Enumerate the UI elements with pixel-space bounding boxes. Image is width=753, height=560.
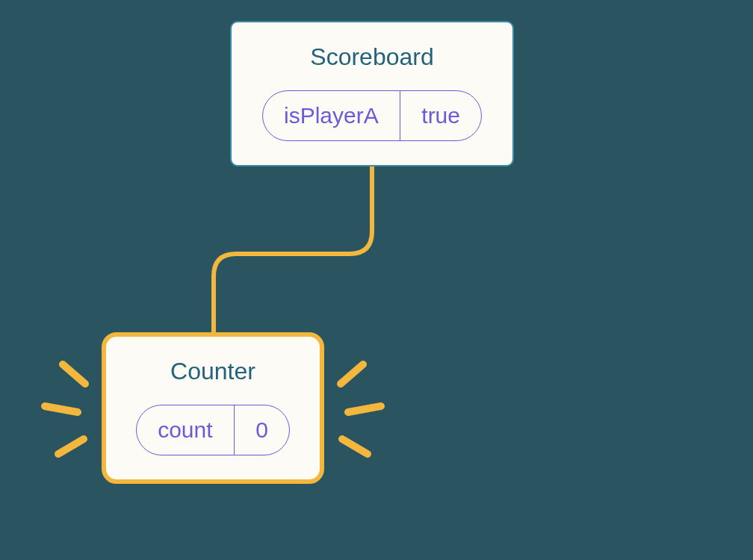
svg-line-0 xyxy=(63,364,85,384)
svg-line-5 xyxy=(342,439,368,454)
state-value: true xyxy=(400,91,481,140)
state-key: count xyxy=(137,405,233,455)
svg-line-2 xyxy=(58,439,84,454)
svg-line-1 xyxy=(45,406,78,412)
svg-line-3 xyxy=(341,364,363,384)
emphasis-sparks-right xyxy=(317,351,391,470)
scoreboard-state-pill: isPlayerA true xyxy=(262,90,482,141)
scoreboard-node: Scoreboard isPlayerA true xyxy=(230,21,514,167)
state-value: 0 xyxy=(235,405,289,455)
state-key: isPlayerA xyxy=(263,91,400,140)
counter-title: Counter xyxy=(170,358,255,385)
emphasis-sparks-left xyxy=(34,351,109,470)
counter-node: Counter count 0 xyxy=(102,332,324,484)
component-tree-diagram: Scoreboard isPlayerA true Counter count … xyxy=(0,0,753,560)
counter-state-pill: count 0 xyxy=(136,405,290,455)
scoreboard-title: Scoreboard xyxy=(310,43,433,71)
svg-line-4 xyxy=(348,406,381,412)
